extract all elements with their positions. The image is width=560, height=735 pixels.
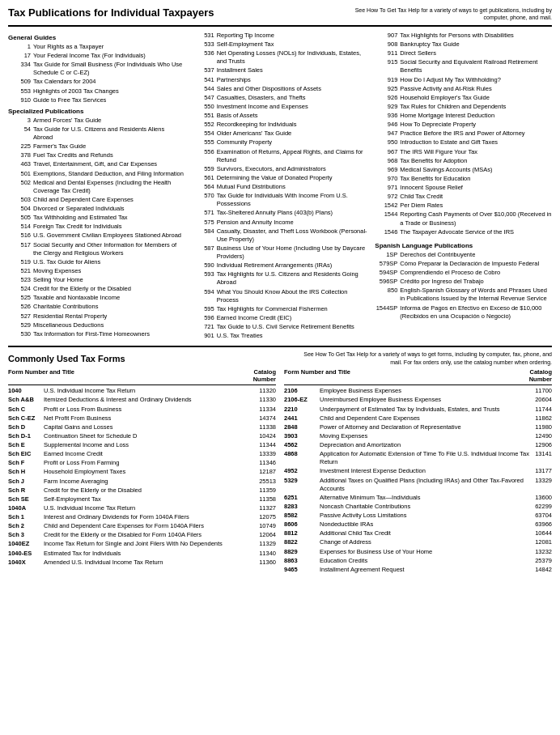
pub-entry: 533Self-Employment Tax xyxy=(192,40,369,49)
pub-entry: 919How Do I Adjust My Tax Withholding? xyxy=(375,76,552,84)
pub-entry: 547Casualties, Disasters, and Thefts xyxy=(192,94,369,102)
pub-entry: 564Mutual Fund Distributions xyxy=(192,183,369,191)
form-entry: 1040AU.S. Individual Income Tax Return11… xyxy=(8,504,276,512)
pub-entry: 537Installment Sales xyxy=(192,66,369,74)
pub-entry: 596Earned Income Credit (EIC) xyxy=(192,314,369,322)
forms-col1-header: Form Number and Title CatalogNumber xyxy=(8,368,276,385)
pub-entry: 926Household Employer's Tax Guide xyxy=(375,94,552,102)
spanish-pubs-header: Spanish Language Publications xyxy=(375,242,552,249)
pub-entry: 526Charitable Contributions xyxy=(8,303,185,311)
pub-entry: 911Direct Sellers xyxy=(375,49,552,57)
pub-entry: 530Tax Information for First-Time Homeow… xyxy=(8,330,185,338)
pub-entry: 524Credit for the Elderly or the Disable… xyxy=(8,285,185,293)
specialized-pubs-header: Specialized Publications xyxy=(8,108,185,115)
form-entry: Sch FProfit or Loss From Farming11346 xyxy=(8,459,276,467)
form-entry: 1040-ESEstimated Tax for Individuals1134… xyxy=(8,550,276,558)
pub-entry: 594SPComprendiendo el Proceso de Cobro xyxy=(375,269,552,277)
pub-entry: 502Medical and Dental Expenses (Includin… xyxy=(8,179,185,195)
pub-entry: 721Tax Guide to U.S. Civil Service Retir… xyxy=(192,323,369,331)
pub-entry: 550Investment Income and Expenses xyxy=(192,103,369,111)
pub-entry: 970Tax Benefits for Education xyxy=(375,175,552,183)
pub-entry: 504Divorced or Separated Individuals xyxy=(8,205,185,213)
pub-entry: 1SPDerechos del Contribuyente xyxy=(375,251,552,259)
pub-entry: 968Tax Benefits for Adoption xyxy=(375,157,552,165)
pub-entry: 536Net Operating Losses (NOLs) for Indiv… xyxy=(192,49,369,66)
pub-entry: 1544Reporting Cash Payments of Over $10,… xyxy=(375,210,552,227)
form-entry: 2106-EZUnreimbursed Employee Business Ex… xyxy=(284,396,552,404)
pub-entry: 950Introduction to Estate and Gift Taxes xyxy=(375,138,552,147)
pub-entry: 503Child and Dependent Care Expenses xyxy=(8,196,185,204)
pub-entry: 972Child Tax Credit xyxy=(375,193,552,201)
header-note: See How To Get Tax Help for a variety of… xyxy=(342,6,552,22)
pub-entry: 579SPCómo Preparar la Declaración de Imp… xyxy=(375,260,552,268)
pub-entry: 971Innocent Spouse Relief xyxy=(375,184,552,192)
form-entry: 4952Investment Interest Expense Deductio… xyxy=(284,467,552,475)
form-entry: 1040EZIncome Tax Return for Single and J… xyxy=(8,540,276,548)
pub-entry: 969Medical Savings Accounts (MSAs) xyxy=(375,166,552,174)
pub-entry: 514Foreign Tax Credit for Individuals xyxy=(8,223,185,231)
form-entry: Sch EICEarned Income Credit13339 xyxy=(8,450,276,458)
form-entry: Sch 2Child and Dependent Care Expenses f… xyxy=(8,522,276,530)
page-wrapper: Tax Publications for Individual Taxpayer… xyxy=(8,6,552,575)
form-entry: Sch DCapital Gains and Losses11338 xyxy=(8,423,276,431)
pub-entry: 521Moving Expenses xyxy=(8,267,185,275)
pub-entry: 946How To Depreciate Property xyxy=(375,121,552,129)
pub-entry: 519U.S. Tax Guide for Aliens xyxy=(8,258,185,266)
form-entry: Sch 3Credit for the Elderly or the Disab… xyxy=(8,531,276,539)
form-entry: 9465Installment Agreement Request14842 xyxy=(284,566,552,574)
forms-section: Commonly Used Tax Forms See How To Get T… xyxy=(8,346,552,575)
pub-entry: 551Basis of Assets xyxy=(192,112,369,120)
pub-entry: 1546The Taxpayer Advocate Service of the… xyxy=(375,228,552,236)
pub-entry: 947Practice Before the IRS and Power of … xyxy=(375,130,552,138)
forms-col-2: Form Number and Title CatalogNumber 2106… xyxy=(284,368,552,575)
pub-entry: 463Travel, Entertainment, Gift, and Car … xyxy=(8,160,185,168)
pub-entry: 54Tax Guide for U.S. Citizens and Reside… xyxy=(8,125,185,142)
forms-title: Commonly Used Tax Forms xyxy=(8,354,125,363)
forms-col-1: Form Number and Title CatalogNumber 1040… xyxy=(8,368,276,575)
pub-entry: 525Taxable and Nontaxable Income xyxy=(8,294,185,302)
form-entry: 4868Application for Automatic Extension … xyxy=(284,450,552,466)
pub-entry: 910Guide to Free Tax Services xyxy=(8,96,185,104)
form-entry: Sch D-1Continuation Sheet for Schedule D… xyxy=(8,432,276,440)
pub-entry: 587Business Use of Your Home (Including … xyxy=(192,244,369,261)
pub-entry: 1Your Rights as a Taxpayer xyxy=(8,43,185,51)
form-entry: Sch C-EZNet Profit From Business14374 xyxy=(8,414,276,423)
general-guides-header: General Guides xyxy=(8,34,185,41)
form-entry: Sch HHousehold Employment Taxes12187 xyxy=(8,468,276,476)
pub-entry: 501Exemptions, Standard Deduction, and F… xyxy=(8,170,185,178)
forms-grid: Form Number and Title CatalogNumber 1040… xyxy=(8,368,552,575)
pub-entry: 908Bankruptcy Tax Guide xyxy=(375,40,552,49)
pub-entry: 554Older Americans' Tax Guide xyxy=(192,130,369,138)
pub-entry: 553Highlights of 2003 Tax Changes xyxy=(8,87,185,96)
pub-entry: 544Sales and Other Dispositions of Asset… xyxy=(192,85,369,93)
page-title: Tax Publications for Individual Taxpayer… xyxy=(8,6,214,19)
pub-entry: 17Your Federal Income Tax (For Individua… xyxy=(8,52,185,60)
pub-entry: 531Reporting Tip Income xyxy=(192,32,369,40)
pub-entry: 595Tax Highlights for Commercial Fisherm… xyxy=(192,305,369,313)
pub-entry: 556Examination of Returns, Appeal Rights… xyxy=(192,148,369,164)
form-entry: 2848Power of Attorney and Declaration of… xyxy=(284,423,552,431)
pub-entry: 936Home Mortgage Interest Deduction xyxy=(375,112,552,120)
pub-entry: 915Social Security and Equivalent Railro… xyxy=(375,58,552,74)
publications-grid: General Guides 1Your Rights as a Taxpaye… xyxy=(8,32,552,341)
form-entry: 8606Nondeductible IRAs63966 xyxy=(284,520,552,529)
pub-entry: 523Selling Your Home xyxy=(8,276,185,284)
form-entry: 2106Employee Business Expenses11700 xyxy=(284,387,552,395)
pub-entry: 378Fuel Tax Credits and Refunds xyxy=(8,151,185,159)
form-entry: Sch ESupplemental Income and Loss11344 xyxy=(8,441,276,449)
form-entry: 2210Underpayment of Estimated Tax by Ind… xyxy=(284,406,552,414)
pub-entry: 850English-Spanish Glossary of Words and… xyxy=(375,287,552,303)
forms-note: See How To Get Tax Help for a variety of… xyxy=(293,351,552,366)
pub-entry: 596SPCrédito por Ingreso del Trabajo xyxy=(375,278,552,286)
pub-entry: 517Social Security and Other Information… xyxy=(8,241,185,257)
pub-entry: 907Tax Highlights for Persons with Disab… xyxy=(375,32,552,40)
form-entry: 8863Education Credits25379 xyxy=(284,557,552,565)
page-header: Tax Publications for Individual Taxpayer… xyxy=(8,6,552,27)
pub-entry: 334Tax Guide for Small Business (For Ind… xyxy=(8,61,185,77)
pub-entry: 527Residential Rental Property xyxy=(8,312,185,321)
pub-entry: 584Casualty, Disaster, and Theft Loss Wo… xyxy=(192,227,369,244)
form-entry: Sch A&BItemized Deductions & Interest an… xyxy=(8,396,276,404)
pub-entry: 559Survivors, Executors, and Administrat… xyxy=(192,165,369,173)
pub-entry: 552Recordkeeping for Individuals xyxy=(192,121,369,129)
form-entry: 3903Moving Expenses12490 xyxy=(284,432,552,440)
